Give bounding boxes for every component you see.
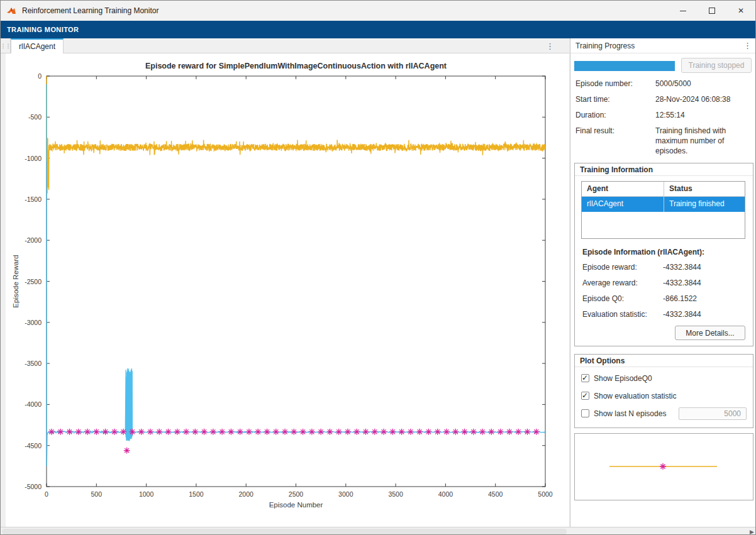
svg-text:4000: 4000 (438, 490, 453, 498)
expand-panel-icon[interactable] (750, 528, 754, 535)
section-header: Plot Options (575, 355, 753, 367)
svg-text:0: 0 (38, 72, 42, 80)
stat-evaluation-statistic: Evaluation statistic: -4332.3844 (582, 310, 745, 320)
field-value: 28-Nov-2024 06:08:38 (655, 94, 755, 104)
svg-text:3000: 3000 (338, 490, 353, 498)
maximize-icon (709, 8, 715, 14)
stat-value: -4332.3844 (663, 279, 701, 287)
more-details-button[interactable]: More Details... (675, 326, 745, 340)
training-information-section: Training Information Agent Status rlIACA… (574, 163, 753, 346)
svg-text:-4000: -4000 (25, 400, 42, 408)
app-window: Reinforcement Learning Training Monitor … (0, 0, 756, 535)
svg-text:-5000: -5000 (25, 483, 42, 490)
svg-text:-1000: -1000 (25, 155, 42, 162)
svg-text:-4500: -4500 (25, 442, 42, 450)
svg-text:2000: 2000 (239, 490, 254, 498)
stat-label: Episode reward: (582, 263, 637, 272)
toolstrip: TRAINING MONITOR (1, 21, 755, 38)
cell-status: Training finished (664, 197, 745, 212)
checkbox-label: Show last N episodes (594, 409, 666, 418)
overview-mini-chart (575, 434, 753, 500)
stat-label: Episode Q0: (582, 294, 624, 303)
stat-value: -4332.3844 (663, 263, 701, 272)
stat-label: Average reward: (582, 279, 638, 287)
progress-fill (574, 61, 675, 71)
svg-text:1000: 1000 (139, 490, 154, 498)
checkbox-show-last-n-episodes[interactable] (581, 409, 589, 417)
field-label: Start time: (575, 94, 610, 104)
svg-text:500: 500 (91, 490, 103, 498)
stat-value: -4332.3844 (663, 310, 701, 319)
drag-grip-icon[interactable] (1, 38, 11, 53)
overview-plot (574, 433, 753, 500)
maximize-button[interactable] (698, 1, 726, 21)
field-value: 12:55:14 (655, 110, 755, 120)
svg-text:-3000: -3000 (25, 319, 42, 326)
svg-text:3500: 3500 (388, 490, 403, 498)
window-title: Reinforcement Learning Training Monitor (22, 6, 158, 15)
document-tab-bar: rlIACAgent (1, 38, 569, 53)
agent-status-table: Agent Status rlIACAgent Training finishe… (581, 181, 745, 239)
episode-reward-chart: 0500100015002000250030003500400045005000… (6, 53, 569, 527)
checkbox-label: Show evaluation statistic (594, 392, 676, 400)
field-value: 5000/5000 (655, 79, 755, 89)
stat-label: Evaluation statistic: (582, 310, 647, 319)
field-label: Episode number: (575, 79, 633, 89)
plot-options-section: Plot Options Show EpisodeQ0 Show evaluat… (574, 354, 753, 428)
close-icon (738, 6, 744, 15)
window-controls (669, 1, 755, 21)
checkbox-show-evaluation-statistic[interactable] (581, 392, 589, 400)
panel-title: Training Progress (575, 41, 635, 50)
last-n-episodes-input[interactable] (679, 407, 747, 420)
training-progress-panel: Training Progress Training stopped Episo… (570, 38, 756, 527)
matlab-logo-icon (6, 6, 16, 16)
svg-text:-500: -500 (28, 113, 42, 121)
svg-text:5000: 5000 (538, 490, 553, 498)
svg-text:4500: 4500 (488, 490, 503, 498)
svg-text:Episode Number: Episode Number (269, 501, 323, 509)
column-header-agent: Agent (582, 182, 664, 197)
table-row[interactable]: rlIACAgent Training finished (582, 197, 745, 212)
option-show-evaluation-statistic: Show evaluation statistic (581, 391, 747, 402)
svg-text:Episode Reward: Episode Reward (12, 255, 19, 307)
close-button[interactable] (726, 1, 755, 21)
tab-label: rlIACAgent (19, 42, 55, 51)
training-plot-document: 0500100015002000250030003500400045005000… (6, 53, 569, 527)
title-bar: Reinforcement Learning Training Monitor (1, 1, 755, 21)
checkbox-show-episodeq0[interactable] (581, 374, 589, 382)
svg-text:0: 0 (45, 490, 48, 498)
tab-rliacagent[interactable]: rlIACAgent (11, 38, 64, 53)
cell-agent: rlIACAgent (582, 197, 664, 212)
tab-overflow-menu-icon[interactable] (546, 38, 554, 53)
svg-text:Episode reward for SimplePendl: Episode reward for SimplePendlumWithImag… (145, 62, 447, 70)
section-header: Training Information (575, 163, 753, 176)
training-progress-bar (574, 61, 675, 71)
table-header-row: Agent Status (582, 182, 745, 197)
section-title: Training Information (580, 165, 653, 174)
stat-average-reward: Average reward: -4332.3844 (582, 279, 745, 289)
horizontal-scrollbar[interactable] (1, 527, 756, 535)
field-label: Duration: (575, 110, 606, 120)
svg-text:1500: 1500 (189, 490, 204, 498)
document-area: rlIACAgent 05001000150020002500300035004… (1, 38, 569, 527)
training-stopped-button[interactable]: Training stopped (681, 58, 752, 73)
option-show-episodeq0: Show EpisodeQ0 (581, 373, 747, 385)
field-value: Training finished with maximum number of… (655, 126, 755, 156)
column-header-status: Status (664, 182, 745, 197)
field-label: Final result: (575, 126, 614, 136)
svg-text:-2000: -2000 (25, 236, 42, 244)
svg-text:-3500: -3500 (25, 360, 42, 367)
toolstrip-tab-training-monitor[interactable]: TRAINING MONITOR (1, 26, 85, 33)
stat-value: -866.1522 (663, 294, 697, 303)
episode-information-title: Episode Information (rlIACAgent): (582, 248, 704, 256)
checkbox-label: Show EpisodeQ0 (594, 374, 652, 383)
section-title: Plot Options (580, 356, 625, 365)
stat-episode-reward: Episode reward: -4332.3844 (582, 263, 745, 273)
minimize-button[interactable] (669, 1, 698, 21)
panel-header: Training Progress (570, 38, 756, 53)
panel-menu-icon[interactable] (743, 41, 752, 50)
svg-text:2500: 2500 (289, 490, 304, 498)
scrollbar-thumb[interactable] (2, 529, 567, 534)
svg-text:-2500: -2500 (25, 278, 42, 285)
minimize-icon (680, 11, 686, 11)
